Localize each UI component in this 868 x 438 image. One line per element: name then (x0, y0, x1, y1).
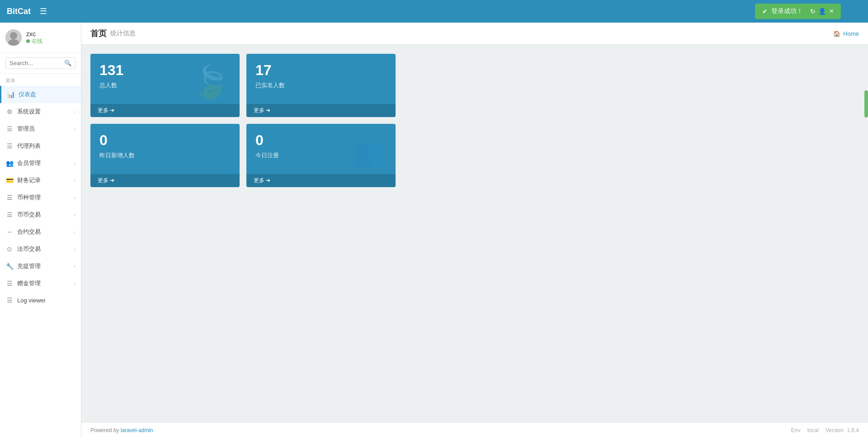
sidebar-item-label-log: Log viewer (17, 297, 46, 304)
stats-grid: 131 总人数 🍃 更多 ➜ 17 已实名人数 更多 ➜ 0 昨日新增人数 (81, 45, 868, 196)
stat-footer-yesterday-new[interactable]: 更多 ➜ (90, 174, 240, 187)
breadcrumb: 🏠 Home (833, 30, 859, 37)
sidebar-item-admin[interactable]: ☰ 管理员 ‹ (0, 120, 81, 137)
sidebar-item-label-admin: 管理员 (17, 125, 35, 133)
main-content: 首页 统计信息 🏠 Home 131 总人数 🍃 更多 ➜ 17 (81, 23, 868, 438)
page-footer: Powered by laravel-admin Env local Versi… (81, 422, 868, 438)
sidebar-user-area: zxc 在线 (0, 23, 81, 53)
currency-mgmt-icon: ☰ (5, 194, 14, 201)
status-dot-icon (26, 39, 30, 43)
stat-card-today-register[interactable]: 0 今日注册 👥 更多 ➜ (246, 124, 396, 187)
chevron-right-icon-4: ‹ (74, 178, 75, 183)
chevron-right-icon: ‹ (74, 109, 75, 114)
user-status: 在线 (26, 38, 42, 45)
sidebar-item-label-currency-trading: 币币交易 (17, 211, 41, 219)
scrollbar-indicator[interactable] (864, 90, 868, 118)
toast-close-button[interactable]: × (830, 7, 834, 15)
navbar: BitCat ☰ ✔ 登录成功！ ↻ 👤 × (0, 0, 868, 23)
stat-label-yesterday-new: 昨日新增人数 (99, 151, 231, 160)
user-info: zxc 在线 (26, 30, 42, 45)
chevron-right-icon-3: ‹ (74, 160, 75, 166)
admin-icon: ☰ (5, 125, 14, 132)
footer-env-value: local (807, 427, 819, 433)
toast-user-icon: 👤 (818, 8, 826, 15)
sidebar-item-label-proxy-list: 代理列表 (17, 142, 41, 150)
footer-version-info: Env local Version 1.8.4 (791, 427, 859, 433)
sidebar-item-contract-trading[interactable]: ↔ 合约交易 ‹ (0, 223, 81, 240)
stat-card-verified-users[interactable]: 17 已实名人数 更多 ➜ (246, 54, 396, 117)
footer-laravel-admin-link[interactable]: laravel-admin (121, 427, 153, 433)
stat-card-yesterday-new[interactable]: 0 昨日新增人数 更多 ➜ (90, 124, 240, 187)
sidebar: zxc 在线 🔍 菜单 📊 仪表盘 ⚙ 系统设置 (0, 23, 81, 438)
chevron-right-icon-10: ‹ (74, 281, 75, 286)
stat-number-yesterday-new: 0 (99, 132, 231, 149)
sidebar-item-label-bonus: 赠金管理 (17, 279, 41, 287)
sidebar-item-currency-management[interactable]: ☰ 币种管理 ‹ (0, 189, 81, 206)
stat-more-total-users: 更多 ➜ (98, 107, 114, 114)
sidebar-item-label-currency-mgmt: 币种管理 (17, 193, 41, 202)
stat-label-verified-users: 已实名人数 (255, 81, 387, 89)
fiat-icon: ⊙ (5, 245, 14, 253)
sidebar-item-label-member: 会员管理 (17, 159, 41, 167)
stat-bg-leaf-icon: 🍃 (191, 63, 231, 100)
sidebar-item-bonus-management[interactable]: ☰ 赠金管理 ‹ (0, 275, 81, 292)
layout: zxc 在线 🔍 菜单 📊 仪表盘 ⚙ 系统设置 (0, 23, 868, 438)
sidebar-item-label-financial: 财务记录 (17, 176, 41, 184)
sidebar-item-proxy-list[interactable]: ☰ 代理列表 (0, 137, 81, 155)
page-header: 首页 统计信息 🏠 Home (81, 23, 868, 45)
sidebar-item-recharge-management[interactable]: 🔧 充提管理 ‹ (0, 258, 81, 275)
chevron-right-icon-5: ‹ (74, 195, 75, 200)
stat-card-total-users[interactable]: 131 总人数 🍃 更多 ➜ (90, 54, 240, 117)
stat-bg-users-icon: 👥 (353, 136, 387, 168)
sidebar-item-system-settings[interactable]: ⚙ 系统设置 ‹ (0, 103, 81, 120)
financial-icon: 💳 (5, 177, 14, 184)
search-box: 🔍 (5, 57, 75, 69)
avatar (5, 29, 22, 46)
sidebar-item-financial-records[interactable]: 💳 财务记录 ‹ (0, 172, 81, 189)
system-settings-icon: ⚙ (5, 108, 14, 115)
page-title-area: 首页 统计信息 (90, 28, 136, 39)
chevron-right-icon-6: ‹ (74, 212, 75, 217)
toast-message: 登录成功！ (771, 7, 803, 15)
search-icon[interactable]: 🔍 (64, 60, 71, 66)
chevron-right-icon-2: ‹ (74, 126, 75, 132)
chevron-right-icon-9: ‹ (74, 264, 75, 269)
navbar-toggle-button[interactable]: ☰ (40, 6, 47, 16)
sidebar-item-label-contract: 合约交易 (17, 228, 41, 236)
sidebar-item-currency-trading[interactable]: ☰ 币币交易 ‹ (0, 206, 81, 223)
footer-powered-by-label: Powered by (90, 427, 119, 433)
svg-point-1 (10, 32, 17, 39)
proxy-list-icon: ☰ (5, 142, 14, 150)
toast-refresh-icon[interactable]: ↻ (810, 8, 816, 15)
log-icon: ☰ (5, 297, 14, 304)
sidebar-item-label-dashboard: 仪表盘 (19, 90, 36, 99)
sidebar-item-label-system-settings: 系统设置 (17, 108, 41, 116)
stat-footer-total-users[interactable]: 更多 ➜ (90, 104, 240, 117)
stat-more-verified-users: 更多 ➜ (254, 107, 270, 114)
dashboard-icon: 📊 (7, 91, 15, 98)
sidebar-item-log-viewer[interactable]: ☰ Log viewer (0, 292, 81, 308)
stat-number-verified-users: 17 (255, 62, 387, 79)
menu-section-label: 菜单 (0, 74, 81, 86)
stat-footer-verified-users[interactable]: 更多 ➜ (246, 104, 396, 117)
recharge-icon: 🔧 (5, 263, 14, 270)
toast-notification: ✔ 登录成功！ ↻ 👤 × (755, 4, 841, 19)
footer-powered-by: Powered by laravel-admin (90, 427, 153, 433)
sidebar-search-area: 🔍 (0, 53, 81, 74)
app-brand: BitCat (7, 7, 31, 16)
chevron-right-icon-7: ‹ (74, 229, 75, 235)
sidebar-item-member-management[interactable]: 👥 会员管理 ‹ (0, 155, 81, 172)
sidebar-item-dashboard[interactable]: 📊 仪表盘 (0, 86, 81, 103)
search-input[interactable] (9, 60, 61, 66)
footer-env-label: Env (791, 427, 801, 433)
stat-more-today-register: 更多 ➜ (254, 177, 270, 184)
page-subtitle: 统计信息 (110, 29, 136, 38)
toast-action-icons: ↻ 👤 (810, 8, 826, 15)
toast-check-icon: ✔ (762, 8, 768, 15)
sidebar-item-fiat-trading[interactable]: ⊙ 法币交易 ‹ (0, 240, 81, 258)
stat-footer-today-register[interactable]: 更多 ➜ (246, 174, 396, 187)
username: zxc (26, 30, 42, 38)
contract-icon: ↔ (5, 228, 14, 235)
sidebar-item-label-recharge: 充提管理 (17, 262, 41, 270)
breadcrumb-home-label[interactable]: Home (843, 30, 859, 37)
